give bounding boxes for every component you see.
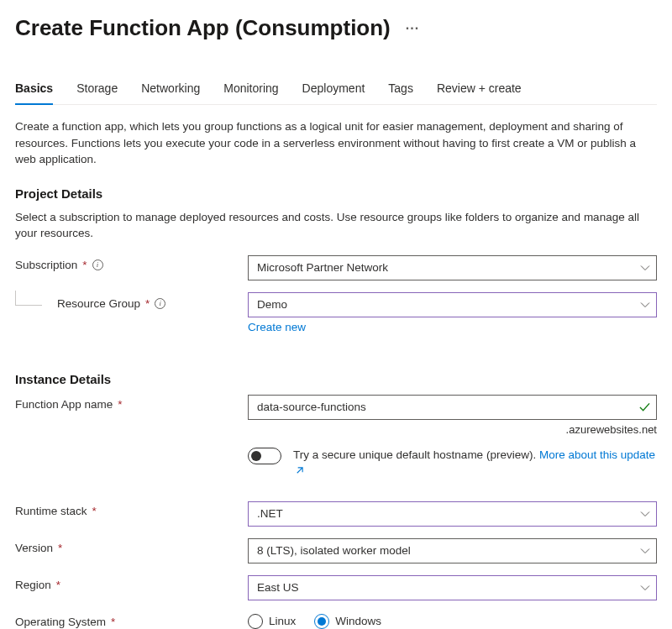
check-icon: [639, 401, 650, 412]
required-indicator: *: [92, 505, 97, 517]
version-label: Version: [15, 542, 53, 554]
version-value: 8 (LTS), isolated worker model: [257, 544, 411, 557]
region-value: East US: [257, 581, 299, 594]
os-label: Operating System: [15, 616, 106, 628]
external-link-icon: [293, 464, 304, 477]
tab-deployment[interactable]: Deployment: [302, 81, 365, 104]
required-indicator: *: [82, 259, 87, 271]
tab-review-create[interactable]: Review + create: [437, 81, 522, 104]
project-details-heading: Project Details: [15, 186, 657, 201]
subscription-row: Subscription * i Microsoft Partner Netwo…: [15, 255, 657, 280]
runtime-select[interactable]: .NET: [248, 501, 657, 527]
resource-group-value: Demo: [257, 298, 287, 311]
radio-icon: [248, 614, 263, 629]
page-title: Create Function App (Consumption) ···: [15, 15, 657, 41]
app-name-row: Function App name * .azurewebsites.net: [15, 395, 657, 436]
os-row: Operating System * Linux Windows: [15, 612, 657, 629]
version-row: Version * 8 (LTS), isolated worker model: [15, 538, 657, 563]
info-icon[interactable]: i: [92, 259, 103, 270]
app-name-input[interactable]: [248, 395, 657, 420]
subscription-select[interactable]: Microsoft Partner Network: [248, 255, 657, 280]
os-windows-label: Windows: [335, 615, 381, 627]
tab-basics[interactable]: Basics: [15, 81, 53, 105]
required-indicator: *: [111, 616, 115, 628]
os-linux-label: Linux: [269, 615, 296, 627]
create-new-resource-group-link[interactable]: Create new: [248, 321, 306, 333]
project-details-desc: Select a subscription to manage deployed…: [15, 209, 657, 242]
info-icon[interactable]: i: [155, 298, 165, 309]
subscription-value: Microsoft Partner Network: [257, 261, 388, 274]
instance-details-heading: Instance Details: [15, 372, 657, 386]
domain-suffix: .azurewebsites.net: [248, 423, 657, 436]
page-title-text: Create Function App (Consumption): [15, 15, 391, 41]
tab-networking[interactable]: Networking: [141, 81, 200, 104]
secure-hostname-toggle[interactable]: [248, 448, 281, 464]
required-indicator: *: [56, 579, 60, 591]
more-actions-icon[interactable]: ···: [406, 21, 419, 36]
app-name-label: Function App name: [15, 398, 113, 411]
wizard-tabs: Basics Storage Networking Monitoring Dep…: [15, 81, 657, 105]
os-radio-group: Linux Windows: [248, 612, 657, 629]
region-label: Region: [15, 579, 51, 591]
resource-group-label: Resource Group: [57, 297, 140, 310]
secure-hostname-text: Try a secure unique default hostname (pr…: [293, 448, 657, 480]
os-windows-radio[interactable]: Windows: [314, 614, 381, 629]
tab-storage[interactable]: Storage: [76, 81, 118, 104]
resource-group-row: Resource Group * i Demo Create new: [15, 292, 657, 333]
runtime-value: .NET: [257, 507, 283, 520]
required-indicator: *: [58, 542, 62, 554]
runtime-row: Runtime stack * .NET: [15, 501, 657, 527]
required-indicator: *: [118, 398, 122, 411]
runtime-label: Runtime stack: [15, 505, 87, 517]
hostname-toggle-row: Try a secure unique default hostname (pr…: [15, 448, 657, 480]
region-select[interactable]: East US: [248, 575, 657, 600]
tab-monitoring[interactable]: Monitoring: [223, 81, 278, 104]
tab-tags[interactable]: Tags: [388, 81, 413, 104]
resource-group-select[interactable]: Demo: [248, 292, 657, 317]
required-indicator: *: [145, 297, 150, 310]
radio-checked-icon: [314, 614, 329, 629]
subscription-label: Subscription: [15, 259, 77, 271]
os-linux-radio[interactable]: Linux: [248, 614, 296, 629]
version-select[interactable]: 8 (LTS), isolated worker model: [248, 538, 657, 563]
tree-connector-icon: [15, 291, 42, 306]
region-row: Region * East US: [15, 575, 657, 600]
intro-text: Create a function app, which lets you gr…: [15, 118, 657, 168]
